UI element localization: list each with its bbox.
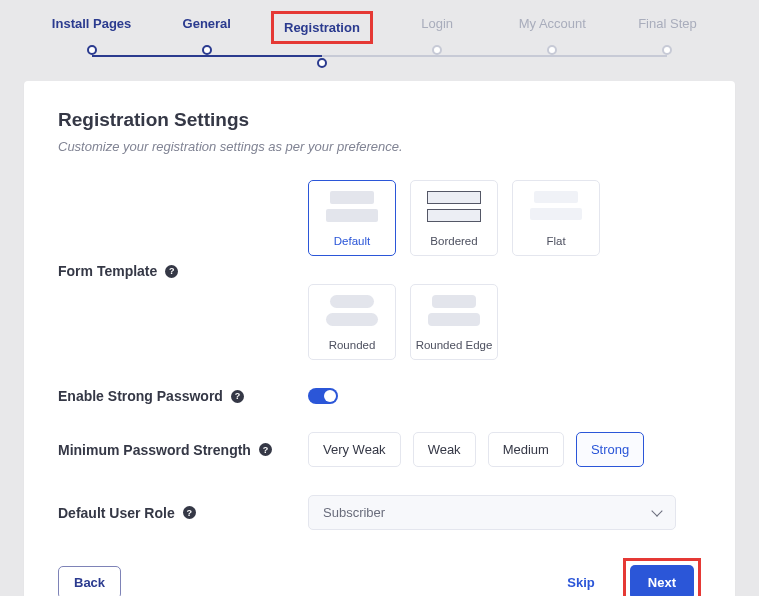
- strength-strong[interactable]: Strong: [576, 432, 644, 467]
- skip-button[interactable]: Skip: [551, 566, 610, 596]
- step-my-account[interactable]: My Account: [495, 16, 610, 59]
- template-option-rounded[interactable]: Rounded: [308, 284, 396, 360]
- next-highlight: Next: [623, 558, 701, 596]
- help-icon[interactable]: ?: [165, 265, 178, 278]
- strength-medium[interactable]: Medium: [488, 432, 564, 467]
- row-min-strength: Minimum Password Strength ? Very Weak We…: [58, 432, 701, 467]
- select-default-role[interactable]: Subscriber: [308, 495, 676, 530]
- step-dot: [662, 45, 672, 55]
- page-subtitle: Customize your registration settings as …: [58, 139, 701, 154]
- step-dot: [317, 58, 327, 68]
- label-min-strength: Minimum Password Strength ?: [58, 442, 308, 458]
- row-strong-password: Enable Strong Password ?: [58, 388, 701, 404]
- help-icon[interactable]: ?: [231, 390, 244, 403]
- step-dot: [202, 45, 212, 55]
- step-general[interactable]: General: [149, 16, 264, 59]
- strength-very-weak[interactable]: Very Weak: [308, 432, 401, 467]
- wizard-footer: Back Skip Next: [58, 558, 701, 596]
- settings-card: Registration Settings Customize your reg…: [24, 81, 735, 596]
- template-option-flat[interactable]: Flat: [512, 180, 600, 256]
- strength-options: Very Weak Weak Medium Strong: [308, 432, 701, 467]
- step-dot: [547, 45, 557, 55]
- step-dot: [432, 45, 442, 55]
- page-title: Registration Settings: [58, 109, 701, 131]
- step-registration[interactable]: Registration: [264, 16, 379, 59]
- step-login[interactable]: Login: [380, 16, 495, 59]
- step-dot: [87, 45, 97, 55]
- help-icon[interactable]: ?: [183, 506, 196, 519]
- row-form-template: Form Template ? Default Bordered Flat Ro…: [58, 180, 701, 360]
- template-grid: Default Bordered Flat Rounded Rounded Ed…: [308, 180, 701, 360]
- template-option-rounded-edge[interactable]: Rounded Edge: [410, 284, 498, 360]
- chevron-down-icon: [651, 505, 662, 516]
- label-form-template: Form Template ?: [58, 261, 308, 279]
- toggle-strong-password[interactable]: [308, 388, 338, 404]
- label-strong-password: Enable Strong Password ?: [58, 388, 308, 404]
- wizard-stepper: Install Pages General Registration Login…: [16, 16, 743, 81]
- step-install-pages[interactable]: Install Pages: [34, 16, 149, 59]
- strength-weak[interactable]: Weak: [413, 432, 476, 467]
- next-button[interactable]: Next: [630, 565, 694, 596]
- help-icon[interactable]: ?: [259, 443, 272, 456]
- template-option-bordered[interactable]: Bordered: [410, 180, 498, 256]
- back-button[interactable]: Back: [58, 566, 121, 596]
- row-default-role: Default User Role ? Subscriber: [58, 495, 701, 530]
- step-final[interactable]: Final Step: [610, 16, 725, 59]
- template-option-default[interactable]: Default: [308, 180, 396, 256]
- label-default-role: Default User Role ?: [58, 505, 308, 521]
